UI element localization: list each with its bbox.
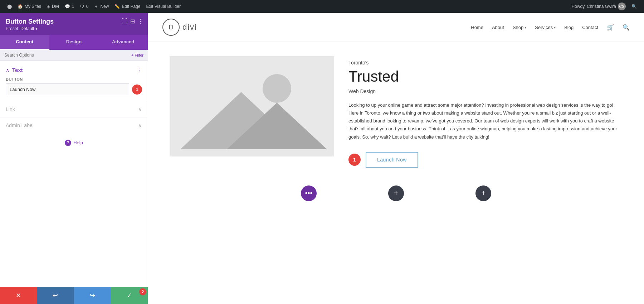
plus-icon-1: + [394, 189, 398, 197]
text-section-body: Button 1 [0, 77, 148, 101]
link-section[interactable]: Link ∨ [0, 101, 148, 117]
left-panel: Button Settings Preset: Default ▾ ⛶ ⊟ ⋮ … [0, 13, 148, 304]
panel-preset[interactable]: Preset: Default ▾ [6, 26, 142, 31]
panel-header-icons: ⛶ ⊟ ⋮ [122, 18, 143, 25]
text-section: ∧ Text ⋮ Button 1 [0, 61, 148, 101]
bottom-bar: ✕ ↩ ↪ ✓ 2 [0, 287, 148, 304]
button-input-row: 1 [6, 83, 142, 95]
nav-services[interactable]: Services ▾ [535, 25, 556, 30]
wp-icon[interactable]: ⬤ [4, 0, 15, 13]
launch-now-button[interactable]: Launch Now [366, 152, 418, 168]
dots-menu-button[interactable]: ••• [301, 185, 317, 201]
panel-header: Button Settings Preset: Default ▾ ⛶ ⊟ ⋮ [0, 13, 148, 35]
main-heading: Trusted [348, 68, 623, 85]
main-layout: Button Settings Preset: Default ▾ ⛶ ⊟ ⋮ … [0, 13, 644, 304]
cart-icon[interactable]: 🛒 [607, 24, 614, 31]
nav-contact[interactable]: Contact [582, 25, 598, 30]
tab-design[interactable]: Design [49, 35, 99, 50]
nav-home[interactable]: Home [471, 25, 483, 30]
add-section-button-1[interactable]: + [388, 185, 404, 201]
divi-menu[interactable]: ◈ Divi [44, 0, 62, 13]
admin-label-title: Admin Label [6, 122, 34, 128]
shop-dropdown-icon: ▾ [525, 25, 526, 29]
nav-blog[interactable]: Blog [564, 25, 574, 30]
search-icon[interactable]: 🔍 [623, 24, 630, 31]
undo-icon: ↩ [53, 291, 58, 299]
text-content: Toronto's Trusted Web Design Looking to … [348, 56, 623, 168]
site-nav: Home About Shop ▾ Services ▾ Blog Contac… [471, 24, 630, 31]
services-dropdown-icon: ▾ [554, 25, 556, 29]
window-icon[interactable]: ⛶ [122, 18, 127, 25]
columns-icon[interactable]: ⊟ [130, 18, 135, 25]
right-panel: D divi Home About Shop ▾ Services ▾ Blog… [148, 13, 644, 304]
launch-badge: 1 [348, 154, 361, 166]
edit-page-menu[interactable]: ✏️ Edit Page [112, 0, 143, 13]
site-logo: D divi [162, 19, 197, 36]
admin-label-chevron-down-icon: ∨ [138, 123, 142, 128]
dots-icon: ••• [305, 189, 312, 197]
text-section-header[interactable]: ∧ Text ⋮ [0, 61, 148, 77]
help-button[interactable]: ? Help [65, 140, 83, 146]
filter-button[interactable]: + Filter [131, 53, 143, 57]
check-icon: ✓ [127, 291, 132, 299]
sub-heading: Web Design [348, 88, 623, 94]
new-menu[interactable]: ＋ New [91, 0, 112, 13]
link-section-title: Link [6, 106, 15, 112]
wp-admin-bar: ⬤ 🏠 My Sites ◈ Divi 💬 1 🗨 0 ＋ New ✏️ Edi… [0, 0, 644, 13]
more-icon[interactable]: ⋮ [138, 18, 143, 25]
my-sites-menu[interactable]: 🏠 My Sites [15, 0, 44, 13]
admin-label-section[interactable]: Admin Label ∨ [0, 117, 148, 133]
button-badge: 1 [132, 85, 142, 95]
body-text: Looking to up your online game and attra… [348, 101, 623, 141]
save-button[interactable]: ✓ 2 [111, 287, 148, 304]
redo-icon: ↪ [90, 291, 95, 299]
exit-visual-builder[interactable]: Exit Visual Builder [143, 0, 184, 13]
text-section-menu-icon[interactable]: ⋮ [136, 67, 142, 73]
panel-tabs: Content Design Advanced [0, 35, 148, 50]
save-badge: 2 [139, 288, 146, 295]
pre-heading: Toronto's [348, 60, 623, 66]
section-header-left: ∧ Text [6, 67, 23, 73]
text-chevron-up-icon: ∧ [6, 67, 9, 73]
add-section-button-2[interactable]: + [475, 185, 491, 201]
wordpress-icon: ⬤ [7, 4, 12, 9]
site-header: D divi Home About Shop ▾ Services ▾ Blog… [148, 13, 644, 42]
button-field-label: Button [6, 77, 142, 81]
edit-icon: ✏️ [114, 4, 120, 9]
link-chevron-down-icon: ∨ [138, 107, 142, 112]
cancel-button[interactable]: ✕ [0, 287, 37, 304]
speech-menu[interactable]: 🗨 0 [77, 0, 92, 13]
speech-icon: 🗨 [80, 4, 84, 9]
undo-button[interactable]: ↩ [37, 287, 74, 304]
search-icon: 🔍 [631, 4, 637, 9]
close-icon: ✕ [16, 291, 21, 299]
nav-shop[interactable]: Shop ▾ [513, 25, 526, 30]
tab-advanced[interactable]: Advanced [98, 35, 148, 50]
text-section-title: Text [12, 67, 23, 73]
nav-about[interactable]: About [492, 25, 504, 30]
logo-circle: D [162, 19, 180, 36]
help-area: ? Help [0, 133, 148, 152]
action-buttons-row: ••• + + [170, 175, 623, 212]
content-row: Toronto's Trusted Web Design Looking to … [170, 56, 623, 168]
tab-content[interactable]: Content [0, 35, 49, 50]
user-menu[interactable]: Howdy, Christina Gwira CG [569, 0, 629, 13]
redo-button[interactable]: ↪ [74, 287, 111, 304]
plus-icon: ＋ [94, 4, 98, 10]
admin-search[interactable]: 🔍 [629, 0, 640, 13]
button-text-input[interactable] [6, 83, 129, 95]
hero-image [170, 56, 334, 156]
svg-point-1 [263, 74, 291, 103]
avatar: CG [618, 3, 626, 10]
divi-icon: ◈ [47, 4, 50, 9]
help-icon: ? [65, 140, 71, 146]
launch-btn-row: 1 Launch Now [348, 152, 623, 168]
plus-icon-2: + [481, 189, 486, 197]
comments-menu[interactable]: 💬 1 [62, 0, 77, 13]
home-icon: 🏠 [18, 4, 23, 9]
search-input[interactable] [4, 53, 128, 58]
content-area: Toronto's Trusted Web Design Looking to … [148, 42, 644, 226]
comment-icon: 💬 [65, 4, 70, 9]
search-bar: + Filter [0, 50, 148, 61]
logo-text: divi [182, 23, 197, 32]
